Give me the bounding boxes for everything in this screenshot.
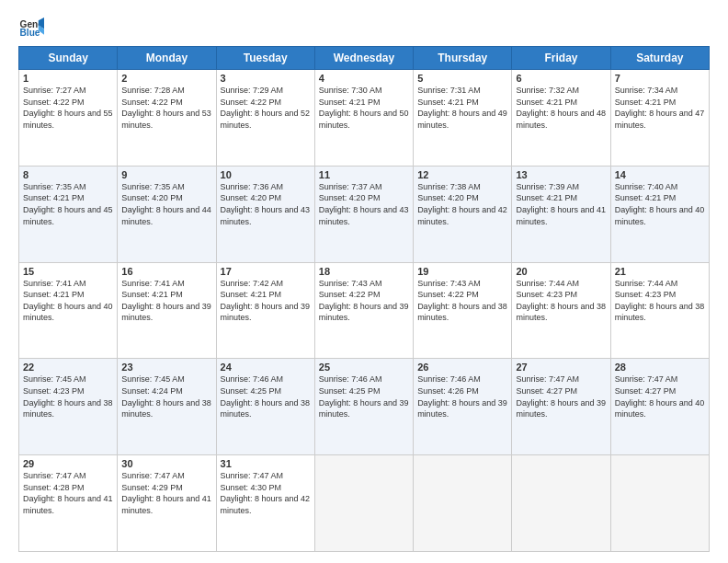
day-number: 15: [23, 266, 113, 277]
day-info: Sunrise: 7:40 AMSunset: 4:21 PMDaylight:…: [615, 182, 705, 226]
svg-text:Blue: Blue: [20, 28, 40, 38]
calendar-cell: [314, 455, 413, 552]
day-number: 29: [23, 458, 113, 469]
day-info: Sunrise: 7:39 AMSunset: 4:21 PMDaylight:…: [516, 182, 606, 226]
day-info: Sunrise: 7:46 AMSunset: 4:25 PMDaylight:…: [221, 374, 311, 419]
day-info: Sunrise: 7:47 AMSunset: 4:28 PMDaylight:…: [23, 471, 113, 515]
calendar-cell: 2 Sunrise: 7:28 AMSunset: 4:22 PMDayligh…: [118, 70, 216, 167]
day-info: Sunrise: 7:46 AMSunset: 4:25 PMDaylight:…: [319, 374, 409, 419]
week-row-5: 29 Sunrise: 7:47 AMSunset: 4:28 PMDaylig…: [19, 455, 710, 552]
day-number: 23: [121, 362, 211, 373]
calendar-cell: [610, 455, 709, 552]
day-number: 3: [221, 73, 311, 84]
page: General Blue SundayMondayTuesdayWednesda…: [0, 0, 728, 563]
day-info: Sunrise: 7:43 AMSunset: 4:22 PMDaylight:…: [417, 279, 507, 323]
day-info: Sunrise: 7:37 AMSunset: 4:20 PMDaylight:…: [319, 182, 409, 226]
calendar-cell: 30 Sunrise: 7:47 AMSunset: 4:29 PMDaylig…: [118, 455, 216, 552]
header: General Blue: [18, 15, 710, 40]
day-number: 5: [417, 73, 507, 84]
day-info: Sunrise: 7:47 AMSunset: 4:29 PMDaylight:…: [121, 471, 211, 515]
calendar-cell: [512, 455, 610, 552]
day-number: 2: [121, 73, 211, 84]
calendar-cell: 4 Sunrise: 7:30 AMSunset: 4:21 PMDayligh…: [314, 70, 413, 167]
calendar-cell: 28 Sunrise: 7:47 AMSunset: 4:27 PMDaylig…: [610, 359, 709, 455]
day-info: Sunrise: 7:46 AMSunset: 4:26 PMDaylight:…: [417, 374, 507, 419]
day-number: 8: [23, 169, 113, 180]
calendar-cell: 17 Sunrise: 7:42 AMSunset: 4:21 PMDaylig…: [216, 262, 314, 359]
day-info: Sunrise: 7:47 AMSunset: 4:27 PMDaylight:…: [615, 374, 705, 419]
day-number: 14: [615, 169, 705, 180]
day-info: Sunrise: 7:47 AMSunset: 4:27 PMDaylight:…: [516, 374, 606, 419]
weekday-header-saturday: Saturday: [610, 47, 709, 70]
day-number: 24: [221, 362, 311, 373]
calendar-cell: 16 Sunrise: 7:41 AMSunset: 4:21 PMDaylig…: [118, 262, 216, 359]
day-number: 6: [516, 73, 606, 84]
day-info: Sunrise: 7:42 AMSunset: 4:21 PMDaylight:…: [221, 279, 311, 323]
calendar-cell: 1 Sunrise: 7:27 AMSunset: 4:22 PMDayligh…: [19, 70, 118, 167]
calendar-cell: 21 Sunrise: 7:44 AMSunset: 4:23 PMDaylig…: [610, 262, 709, 359]
day-number: 30: [121, 458, 211, 469]
day-number: 12: [417, 169, 507, 180]
day-info: Sunrise: 7:34 AMSunset: 4:21 PMDaylight:…: [615, 86, 705, 130]
calendar-cell: [414, 455, 512, 552]
day-info: Sunrise: 7:43 AMSunset: 4:22 PMDaylight:…: [319, 279, 409, 323]
day-number: 31: [221, 458, 311, 469]
day-number: 19: [417, 266, 507, 277]
calendar-cell: 9 Sunrise: 7:35 AMSunset: 4:20 PMDayligh…: [118, 166, 216, 262]
day-number: 25: [319, 362, 409, 373]
day-info: Sunrise: 7:32 AMSunset: 4:21 PMDaylight:…: [516, 86, 606, 130]
calendar-cell: 12 Sunrise: 7:38 AMSunset: 4:20 PMDaylig…: [414, 166, 512, 262]
day-info: Sunrise: 7:27 AMSunset: 4:22 PMDaylight:…: [23, 86, 113, 130]
calendar-cell: 14 Sunrise: 7:40 AMSunset: 4:21 PMDaylig…: [610, 166, 709, 262]
day-number: 1: [23, 73, 113, 84]
calendar-cell: 15 Sunrise: 7:41 AMSunset: 4:21 PMDaylig…: [19, 262, 118, 359]
calendar-cell: 5 Sunrise: 7:31 AMSunset: 4:21 PMDayligh…: [414, 70, 512, 167]
day-number: 18: [319, 266, 409, 277]
logo: General Blue: [18, 15, 48, 40]
calendar-cell: 19 Sunrise: 7:43 AMSunset: 4:22 PMDaylig…: [414, 262, 512, 359]
calendar-cell: 20 Sunrise: 7:44 AMSunset: 4:23 PMDaylig…: [512, 262, 610, 359]
calendar-cell: 10 Sunrise: 7:36 AMSunset: 4:20 PMDaylig…: [216, 166, 314, 262]
day-info: Sunrise: 7:45 AMSunset: 4:24 PMDaylight:…: [121, 374, 211, 419]
weekday-header-tuesday: Tuesday: [216, 47, 314, 70]
day-info: Sunrise: 7:36 AMSunset: 4:20 PMDaylight:…: [221, 182, 311, 226]
day-info: Sunrise: 7:41 AMSunset: 4:21 PMDaylight:…: [23, 279, 113, 323]
weekday-header-monday: Monday: [118, 47, 216, 70]
calendar-cell: 8 Sunrise: 7:35 AMSunset: 4:21 PMDayligh…: [19, 166, 118, 262]
calendar-cell: 11 Sunrise: 7:37 AMSunset: 4:20 PMDaylig…: [314, 166, 413, 262]
day-number: 10: [221, 169, 311, 180]
day-info: Sunrise: 7:29 AMSunset: 4:22 PMDaylight:…: [221, 86, 311, 130]
day-number: 13: [516, 169, 606, 180]
calendar-cell: 23 Sunrise: 7:45 AMSunset: 4:24 PMDaylig…: [118, 359, 216, 455]
day-info: Sunrise: 7:28 AMSunset: 4:22 PMDaylight:…: [121, 86, 211, 130]
weekday-header-thursday: Thursday: [414, 47, 512, 70]
calendar-cell: 18 Sunrise: 7:43 AMSunset: 4:22 PMDaylig…: [314, 262, 413, 359]
day-info: Sunrise: 7:44 AMSunset: 4:23 PMDaylight:…: [516, 279, 606, 323]
day-info: Sunrise: 7:44 AMSunset: 4:23 PMDaylight:…: [615, 279, 705, 323]
week-row-3: 15 Sunrise: 7:41 AMSunset: 4:21 PMDaylig…: [19, 262, 710, 359]
weekday-header-wednesday: Wednesday: [314, 47, 413, 70]
logo-icon: General Blue: [18, 15, 44, 40]
calendar-cell: 31 Sunrise: 7:47 AMSunset: 4:30 PMDaylig…: [216, 455, 314, 552]
calendar-cell: 7 Sunrise: 7:34 AMSunset: 4:21 PMDayligh…: [610, 70, 709, 167]
weekday-header-sunday: Sunday: [19, 47, 118, 70]
day-info: Sunrise: 7:38 AMSunset: 4:20 PMDaylight:…: [417, 182, 507, 226]
calendar: SundayMondayTuesdayWednesdayThursdayFrid…: [18, 46, 710, 552]
week-row-1: 1 Sunrise: 7:27 AMSunset: 4:22 PMDayligh…: [19, 70, 710, 167]
calendar-cell: 22 Sunrise: 7:45 AMSunset: 4:23 PMDaylig…: [19, 359, 118, 455]
day-info: Sunrise: 7:35 AMSunset: 4:21 PMDaylight:…: [23, 182, 113, 226]
day-number: 28: [615, 362, 705, 373]
weekday-header-row: SundayMondayTuesdayWednesdayThursdayFrid…: [19, 47, 710, 70]
day-info: Sunrise: 7:35 AMSunset: 4:20 PMDaylight:…: [121, 182, 211, 226]
weekday-header-friday: Friday: [512, 47, 610, 70]
calendar-cell: 6 Sunrise: 7:32 AMSunset: 4:21 PMDayligh…: [512, 70, 610, 167]
day-number: 9: [121, 169, 211, 180]
day-info: Sunrise: 7:47 AMSunset: 4:30 PMDaylight:…: [221, 471, 311, 515]
calendar-cell: 13 Sunrise: 7:39 AMSunset: 4:21 PMDaylig…: [512, 166, 610, 262]
day-number: 11: [319, 169, 409, 180]
calendar-cell: 24 Sunrise: 7:46 AMSunset: 4:25 PMDaylig…: [216, 359, 314, 455]
day-number: 16: [121, 266, 211, 277]
day-number: 26: [417, 362, 507, 373]
day-number: 21: [615, 266, 705, 277]
calendar-cell: 26 Sunrise: 7:46 AMSunset: 4:26 PMDaylig…: [414, 359, 512, 455]
